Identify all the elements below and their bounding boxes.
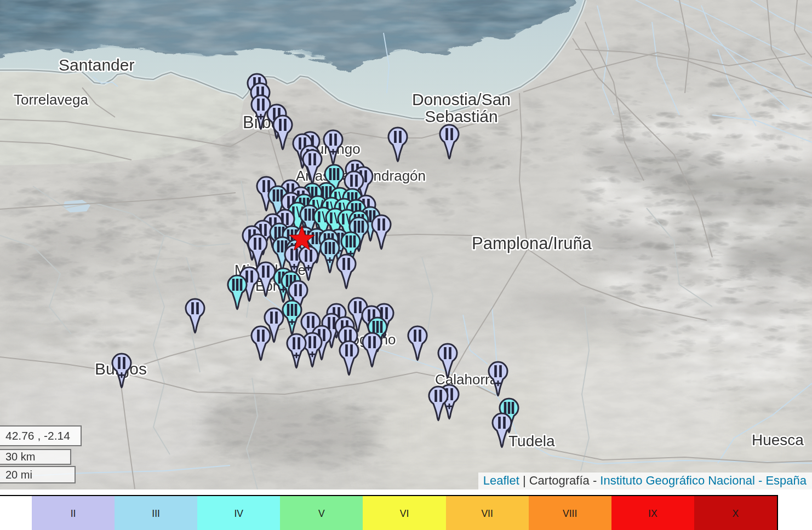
- svg-text:Torrelavega: Torrelavega: [14, 91, 88, 108]
- svg-text:Donostia/San: Donostia/San: [412, 90, 511, 108]
- svg-text:Santander: Santander: [59, 56, 134, 74]
- svg-text:Sebastián: Sebastián: [425, 107, 498, 125]
- svg-text:Huesca: Huesca: [752, 431, 804, 448]
- svg-text:Pamplona/Iruña: Pamplona/Iruña: [472, 234, 592, 253]
- svg-text:Tudela: Tudela: [508, 433, 555, 450]
